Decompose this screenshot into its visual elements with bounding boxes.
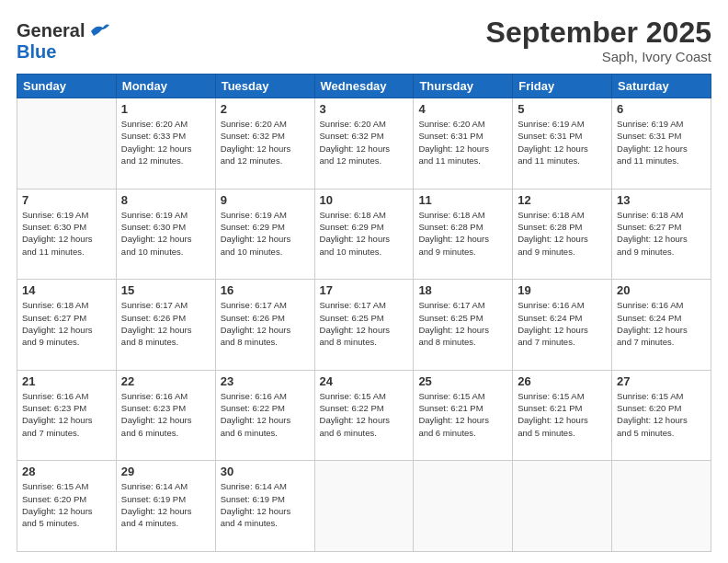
col-tuesday: Tuesday xyxy=(215,75,314,98)
day-number: 3 xyxy=(320,102,409,116)
calendar-cell: 1Sunrise: 6:20 AM Sunset: 6:33 PM Daylig… xyxy=(116,98,215,190)
day-number: 4 xyxy=(418,102,507,116)
logo-general-text: General xyxy=(17,20,85,41)
calendar-cell: 23Sunrise: 6:16 AM Sunset: 6:22 PM Dayli… xyxy=(215,370,314,461)
day-number: 22 xyxy=(121,374,210,388)
calendar-cell: 10Sunrise: 6:18 AM Sunset: 6:29 PM Dayli… xyxy=(314,189,414,280)
day-number: 2 xyxy=(221,102,310,116)
day-info: Sunrise: 6:18 AM Sunset: 6:27 PM Dayligh… xyxy=(617,209,706,258)
day-info: Sunrise: 6:14 AM Sunset: 6:19 PM Dayligh… xyxy=(221,480,310,529)
day-number: 10 xyxy=(320,193,409,207)
day-info: Sunrise: 6:14 AM Sunset: 6:19 PM Dayligh… xyxy=(121,480,210,529)
day-number: 26 xyxy=(518,374,607,388)
calendar-cell: 30Sunrise: 6:14 AM Sunset: 6:19 PM Dayli… xyxy=(215,461,314,552)
logo-container: General Blue xyxy=(17,20,109,63)
header: General Blue September 2025 Saph, Ivory … xyxy=(17,17,711,64)
calendar-cell: 25Sunrise: 6:15 AM Sunset: 6:21 PM Dayli… xyxy=(414,370,513,461)
col-wednesday: Wednesday xyxy=(314,75,414,98)
location: Saph, Ivory Coast xyxy=(486,49,711,64)
calendar-week-1: 7Sunrise: 6:19 AM Sunset: 6:30 PM Daylig… xyxy=(17,189,711,280)
day-number: 29 xyxy=(121,465,210,478)
calendar-cell: 26Sunrise: 6:15 AM Sunset: 6:21 PM Dayli… xyxy=(513,370,612,461)
calendar-cell: 4Sunrise: 6:20 AM Sunset: 6:31 PM Daylig… xyxy=(414,98,513,190)
day-info: Sunrise: 6:20 AM Sunset: 6:32 PM Dayligh… xyxy=(221,118,310,167)
calendar-week-0: 1Sunrise: 6:20 AM Sunset: 6:33 PM Daylig… xyxy=(17,98,711,190)
day-info: Sunrise: 6:19 AM Sunset: 6:29 PM Dayligh… xyxy=(221,209,310,258)
month-title: September 2025 xyxy=(486,17,711,49)
calendar-header-row: Sunday Monday Tuesday Wednesday Thursday… xyxy=(17,75,711,98)
calendar-week-3: 21Sunrise: 6:16 AM Sunset: 6:23 PM Dayli… xyxy=(17,370,711,461)
day-number: 24 xyxy=(320,374,409,388)
logo-blue-text: Blue xyxy=(17,41,109,63)
calendar-cell: 19Sunrise: 6:16 AM Sunset: 6:24 PM Dayli… xyxy=(513,280,612,371)
day-info: Sunrise: 6:16 AM Sunset: 6:24 PM Dayligh… xyxy=(617,299,706,348)
logo-line1: General xyxy=(17,20,109,41)
calendar-cell xyxy=(314,461,414,552)
day-info: Sunrise: 6:15 AM Sunset: 6:20 PM Dayligh… xyxy=(617,390,706,439)
day-number: 15 xyxy=(121,283,210,297)
day-number: 11 xyxy=(418,193,507,207)
day-info: Sunrise: 6:16 AM Sunset: 6:23 PM Dayligh… xyxy=(121,390,210,439)
day-info: Sunrise: 6:18 AM Sunset: 6:29 PM Dayligh… xyxy=(320,209,409,258)
day-number: 21 xyxy=(22,374,111,388)
day-info: Sunrise: 6:18 AM Sunset: 6:28 PM Dayligh… xyxy=(518,209,607,258)
calendar-cell: 20Sunrise: 6:16 AM Sunset: 6:24 PM Dayli… xyxy=(612,280,711,371)
day-info: Sunrise: 6:17 AM Sunset: 6:26 PM Dayligh… xyxy=(121,299,210,348)
day-number: 14 xyxy=(22,283,111,297)
day-number: 23 xyxy=(221,374,310,388)
calendar-cell xyxy=(612,461,711,552)
calendar-week-4: 28Sunrise: 6:15 AM Sunset: 6:20 PM Dayli… xyxy=(17,461,711,552)
day-number: 12 xyxy=(518,193,607,207)
day-info: Sunrise: 6:20 AM Sunset: 6:31 PM Dayligh… xyxy=(418,118,507,167)
day-info: Sunrise: 6:20 AM Sunset: 6:32 PM Dayligh… xyxy=(320,118,409,167)
day-number: 16 xyxy=(221,283,310,297)
day-info: Sunrise: 6:15 AM Sunset: 6:21 PM Dayligh… xyxy=(418,390,507,439)
col-friday: Friday xyxy=(513,75,612,98)
day-info: Sunrise: 6:15 AM Sunset: 6:20 PM Dayligh… xyxy=(22,480,111,529)
calendar-week-2: 14Sunrise: 6:18 AM Sunset: 6:27 PM Dayli… xyxy=(17,280,711,371)
day-number: 30 xyxy=(221,465,310,478)
calendar-cell: 21Sunrise: 6:16 AM Sunset: 6:23 PM Dayli… xyxy=(17,370,117,461)
day-info: Sunrise: 6:17 AM Sunset: 6:25 PM Dayligh… xyxy=(320,299,409,348)
day-number: 28 xyxy=(22,465,111,478)
day-info: Sunrise: 6:15 AM Sunset: 6:21 PM Dayligh… xyxy=(518,390,607,439)
day-info: Sunrise: 6:17 AM Sunset: 6:26 PM Dayligh… xyxy=(221,299,310,348)
calendar-body: 1Sunrise: 6:20 AM Sunset: 6:33 PM Daylig… xyxy=(17,98,711,552)
col-thursday: Thursday xyxy=(414,75,513,98)
calendar-cell: 27Sunrise: 6:15 AM Sunset: 6:20 PM Dayli… xyxy=(612,370,711,461)
calendar-cell: 8Sunrise: 6:19 AM Sunset: 6:30 PM Daylig… xyxy=(116,189,215,280)
day-info: Sunrise: 6:16 AM Sunset: 6:24 PM Dayligh… xyxy=(518,299,607,348)
title-block: September 2025 Saph, Ivory Coast xyxy=(486,17,711,64)
logo-bird-svg xyxy=(87,22,109,40)
calendar-cell: 24Sunrise: 6:15 AM Sunset: 6:22 PM Dayli… xyxy=(314,370,414,461)
calendar-cell: 6Sunrise: 6:19 AM Sunset: 6:31 PM Daylig… xyxy=(612,98,711,190)
day-number: 7 xyxy=(22,193,111,207)
day-number: 25 xyxy=(418,374,507,388)
calendar-cell: 28Sunrise: 6:15 AM Sunset: 6:20 PM Dayli… xyxy=(17,461,117,552)
day-info: Sunrise: 6:19 AM Sunset: 6:31 PM Dayligh… xyxy=(617,118,706,167)
calendar-cell: 18Sunrise: 6:17 AM Sunset: 6:25 PM Dayli… xyxy=(414,280,513,371)
col-saturday: Saturday xyxy=(612,75,711,98)
day-info: Sunrise: 6:19 AM Sunset: 6:30 PM Dayligh… xyxy=(121,209,210,258)
day-info: Sunrise: 6:18 AM Sunset: 6:27 PM Dayligh… xyxy=(22,299,111,348)
calendar-cell: 3Sunrise: 6:20 AM Sunset: 6:32 PM Daylig… xyxy=(314,98,414,190)
calendar-cell: 17Sunrise: 6:17 AM Sunset: 6:25 PM Dayli… xyxy=(314,280,414,371)
calendar-cell: 16Sunrise: 6:17 AM Sunset: 6:26 PM Dayli… xyxy=(215,280,314,371)
day-number: 5 xyxy=(518,102,607,116)
day-number: 13 xyxy=(617,193,706,207)
calendar-cell: 11Sunrise: 6:18 AM Sunset: 6:28 PM Dayli… xyxy=(414,189,513,280)
calendar-cell xyxy=(513,461,612,552)
calendar-cell: 7Sunrise: 6:19 AM Sunset: 6:30 PM Daylig… xyxy=(17,189,117,280)
calendar-cell: 2Sunrise: 6:20 AM Sunset: 6:32 PM Daylig… xyxy=(215,98,314,190)
calendar-cell xyxy=(17,98,117,190)
day-info: Sunrise: 6:20 AM Sunset: 6:33 PM Dayligh… xyxy=(121,118,210,167)
calendar-cell: 22Sunrise: 6:16 AM Sunset: 6:23 PM Dayli… xyxy=(116,370,215,461)
day-number: 8 xyxy=(121,193,210,207)
calendar-cell: 5Sunrise: 6:19 AM Sunset: 6:31 PM Daylig… xyxy=(513,98,612,190)
calendar-cell xyxy=(414,461,513,552)
page: General Blue September 2025 Saph, Ivory … xyxy=(0,0,728,563)
logo-text-container: General Blue xyxy=(17,20,109,63)
day-number: 17 xyxy=(320,283,409,297)
day-number: 9 xyxy=(221,193,310,207)
day-number: 20 xyxy=(617,283,706,297)
